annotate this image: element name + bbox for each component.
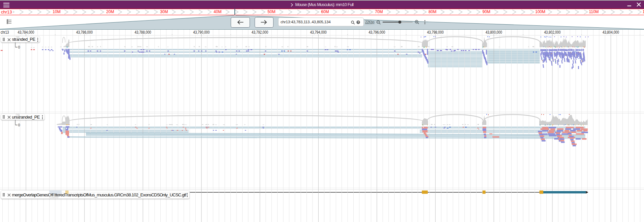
svg-text:43,796,000: 43,796,000 — [368, 30, 385, 35]
svg-text:43,794,000: 43,794,000 — [310, 30, 327, 35]
svg-text:0: 0 — [18, 123, 20, 127]
svg-text:43,784,000: 43,784,000 — [18, 30, 34, 35]
svg-text:43,788,000: 43,788,000 — [135, 30, 151, 35]
svg-text:0: 0 — [18, 45, 20, 49]
svg-text:43,800,000: 43,800,000 — [486, 30, 502, 35]
svg-text:Cd83: Cd83 — [49, 195, 59, 199]
svg-text:chr13: chr13 — [1, 30, 9, 35]
svg-text:43,792,000: 43,792,000 — [252, 30, 268, 35]
svg-text:43,798,000: 43,798,000 — [427, 30, 444, 35]
svg-text:43,786,000: 43,786,000 — [76, 30, 93, 35]
svg-text:43,804,000: 43,804,000 — [603, 30, 619, 35]
svg-text:43,802,000: 43,802,000 — [544, 30, 560, 35]
svg-text:43,790,000: 43,790,000 — [193, 30, 210, 35]
svg-text:?: ? — [357, 21, 359, 24]
